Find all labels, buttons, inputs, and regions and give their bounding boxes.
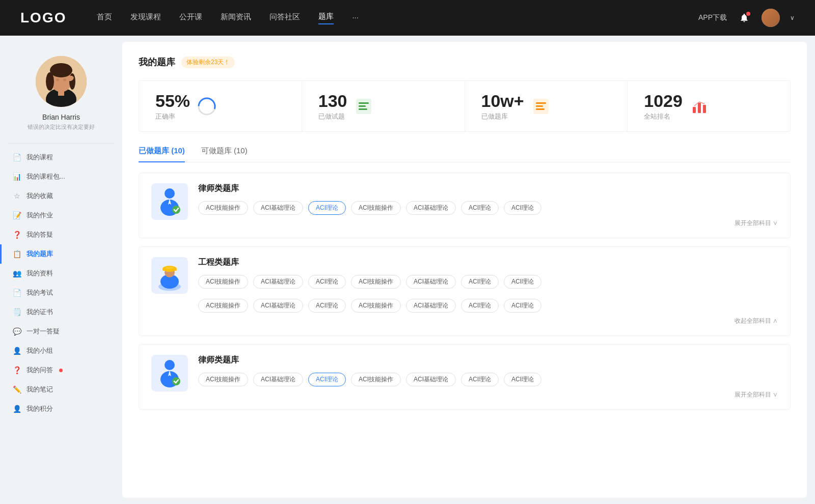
tab-bar: 已做题库 (10)可做题库 (10)	[139, 146, 791, 162]
sidebar-item-my-notes[interactable]: ✏️我的笔记	[0, 380, 122, 399]
qbank-tag[interactable]: ACI技能操作	[198, 275, 248, 289]
stat-icon-pie	[197, 97, 216, 116]
notification-bell[interactable]	[737, 11, 751, 25]
nav-item-问答社区[interactable]: 问答社区	[269, 12, 300, 24]
sidebar-item-my-points[interactable]: 👤我的积分	[0, 399, 122, 418]
sidebar-avatar[interactable]	[36, 56, 87, 107]
stat-number: 1029	[644, 91, 683, 111]
qbank-tag[interactable]: ACI理论	[308, 373, 346, 386]
sidebar: Brian Harris 错误的决定比没有决定要好 📄我的课程📊我的课程包...…	[0, 36, 122, 504]
qbank-tag[interactable]: ACI理论	[504, 275, 541, 289]
sidebar-item-my-certs[interactable]: 🗒️我的证书	[0, 302, 122, 322]
sidebar-item-my-data[interactable]: 👥我的资料	[0, 264, 122, 283]
qbank-tag[interactable]: ACI理论	[308, 201, 346, 215]
user-menu-chevron[interactable]: ∨	[790, 14, 795, 21]
svg-rect-23	[703, 105, 706, 113]
sidebar-item-my-questions[interactable]: ❓我的答疑	[0, 225, 122, 244]
nav-item-发现课程[interactable]: 发现课程	[130, 12, 161, 24]
qbank-tags-lawyer2: ACI技能操作ACI基础理论ACI理论ACI技能操作ACI基础理论ACI理论AC…	[198, 373, 778, 386]
sidebar-item-my-qbank[interactable]: 📋我的题库	[0, 244, 122, 264]
nav-item-···[interactable]: ···	[352, 13, 359, 23]
sidebar-icon-my-homework: 📝	[12, 211, 21, 220]
logo: LOGO	[20, 10, 66, 26]
qbank-tag[interactable]: ACI理论	[308, 275, 346, 289]
sidebar-label-my-data: 我的资料	[26, 269, 53, 278]
qbank-tag[interactable]: ACI基础理论	[406, 201, 456, 215]
stat-icon-list-green	[354, 97, 373, 116]
sidebar-label-my-homework: 我的作业	[26, 211, 53, 220]
qbank-list: 律师类题库ACI技能操作ACI基础理论ACI理论ACI技能操作ACI基础理论AC…	[139, 173, 791, 410]
user-avatar[interactable]	[762, 9, 780, 27]
qbank-tag[interactable]: ACI技能操作	[351, 373, 401, 386]
stat-number: 10w+	[481, 91, 524, 111]
user-motto: 错误的决定比没有决定要好	[28, 123, 95, 131]
qbank-tag[interactable]: ACI基础理论	[406, 373, 456, 386]
sidebar-item-one-on-one[interactable]: 💬一对一答疑	[0, 322, 122, 341]
sidebar-icon-my-data: 👥	[12, 269, 21, 278]
sidebar-item-my-group[interactable]: 👤我的小组	[0, 341, 122, 360]
stat-正确率: 55%正确率	[139, 81, 302, 131]
svg-rect-14	[359, 102, 369, 104]
qbank-tag[interactable]: ACI技能操作	[198, 299, 248, 313]
nav-item-题库[interactable]: 题库	[318, 12, 334, 24]
svg-rect-32	[162, 269, 177, 271]
sidebar-label-my-answers: 我的问答	[26, 366, 53, 375]
qbank-tag[interactable]: ACI基础理论	[253, 201, 303, 215]
qbank-tag[interactable]: ACI技能操作	[351, 299, 401, 313]
expand-link-engineer[interactable]: 收起全部科目 ∧	[198, 317, 778, 325]
expand-link-lawyer[interactable]: 展开全部科目 ∨	[198, 219, 778, 228]
sidebar-item-my-answers[interactable]: ❓我的问答	[0, 360, 122, 380]
qbank-tag[interactable]: ACI理论	[504, 201, 541, 215]
qbank-tag[interactable]: ACI理论	[504, 373, 541, 386]
app-download-link[interactable]: APP下载	[698, 13, 727, 22]
svg-point-6	[69, 73, 75, 90]
nav-item-公开课[interactable]: 公开课	[179, 12, 202, 24]
qbank-name-lawyer: 律师类题库	[198, 183, 778, 194]
trial-badge: 体验剩余23天！	[181, 57, 235, 68]
qbank-tag[interactable]: ACI基础理论	[253, 275, 303, 289]
expand-link-lawyer2[interactable]: 展开全部科目 ∨	[198, 390, 778, 399]
sidebar-item-my-courses[interactable]: 📄我的课程	[0, 148, 122, 167]
svg-point-5	[46, 72, 54, 91]
sidebar-icon-my-qbank: 📋	[12, 249, 21, 259]
qbank-icon-lawyer	[151, 183, 188, 220]
sidebar-icon-one-on-one: 💬	[12, 327, 21, 336]
stat-label: 已做题库	[481, 112, 524, 121]
sidebar-label-my-courses: 我的课程	[26, 153, 53, 162]
qbank-tag[interactable]: ACI技能操作	[351, 275, 401, 289]
qbank-tag[interactable]: ACI理论	[461, 201, 499, 215]
sidebar-badge-my-answers	[59, 369, 63, 372]
qbank-icon-lawyer	[151, 355, 188, 391]
tab-已做题库 (10)[interactable]: 已做题库 (10)	[139, 146, 185, 162]
qbank-tag[interactable]: ACI理论	[461, 373, 499, 386]
sidebar-label-my-points: 我的积分	[26, 404, 53, 413]
stat-number: 130	[318, 91, 347, 111]
tab-可做题库 (10)[interactable]: 可做题库 (10)	[201, 146, 248, 162]
nav-menu: 首页发现课程公开课新闻资讯问答社区题库···	[97, 12, 698, 24]
sidebar-item-course-packages[interactable]: 📊我的课程包...	[0, 167, 122, 186]
qbank-tag[interactable]: ACI基础理论	[253, 299, 303, 313]
nav-item-首页[interactable]: 首页	[97, 12, 112, 24]
svg-rect-33	[166, 267, 174, 269]
sidebar-item-my-exams[interactable]: 📄我的考试	[0, 283, 122, 302]
user-name: Brian Harris	[42, 113, 80, 121]
sidebar-item-my-favorites[interactable]: ☆我的收藏	[0, 186, 122, 206]
sidebar-icon-my-favorites: ☆	[12, 191, 21, 201]
stat-已做题库: 10w+已做题库	[465, 81, 628, 131]
qbank-name-lawyer2: 律师类题库	[198, 355, 778, 366]
sidebar-icon-my-points: 👤	[12, 404, 21, 413]
qbank-tag[interactable]: ACI技能操作	[351, 201, 401, 215]
qbank-tag[interactable]: ACI技能操作	[198, 373, 248, 386]
qbank-tag[interactable]: ACI理论	[308, 299, 346, 313]
qbank-tag[interactable]: ACI理论	[461, 275, 499, 289]
qbank-tag[interactable]: ACI基础理论	[253, 373, 303, 386]
qbank-tag[interactable]: ACI基础理论	[406, 275, 456, 289]
sidebar-item-my-homework[interactable]: 📝我的作业	[0, 206, 122, 225]
nav-item-新闻资讯[interactable]: 新闻资讯	[221, 12, 251, 24]
qbank-tag[interactable]: ACI技能操作	[198, 201, 248, 215]
sidebar-label-my-group: 我的小组	[26, 346, 53, 355]
qbank-tag[interactable]: ACI理论	[504, 299, 541, 313]
qbank-tag[interactable]: ACI基础理论	[406, 299, 456, 313]
svg-point-12	[202, 101, 212, 111]
qbank-tag[interactable]: ACI理论	[461, 299, 499, 313]
